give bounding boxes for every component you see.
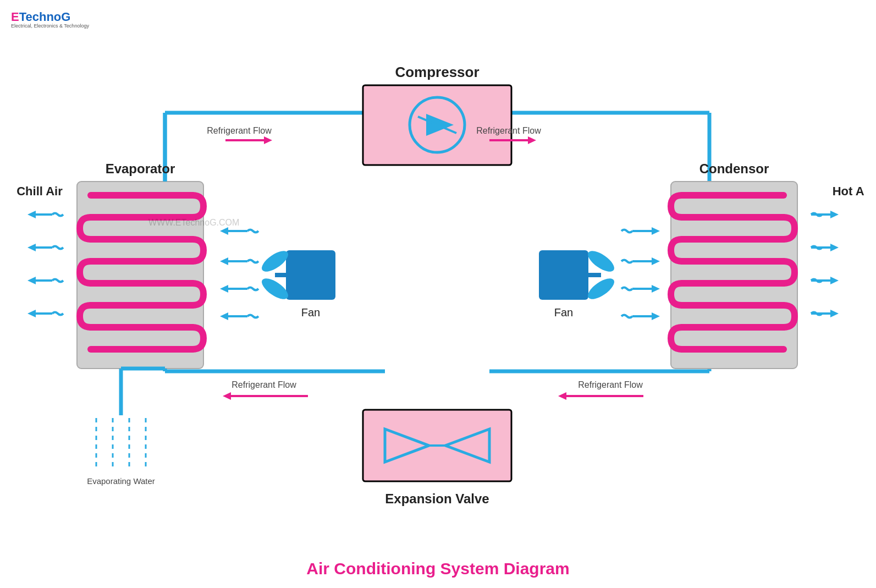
logo-technog: TechnoG	[19, 10, 71, 24]
svg-text:Fan: Fan	[301, 306, 320, 318]
svg-marker-48	[652, 257, 660, 265]
svg-marker-37	[27, 277, 36, 284]
svg-marker-30	[528, 136, 536, 144]
svg-marker-38	[27, 310, 36, 317]
svg-text:WWW.ETechnoG.COM: WWW.ETechnoG.COM	[148, 218, 239, 227]
svg-marker-39	[830, 211, 839, 218]
logo-e: E	[11, 10, 19, 24]
svg-marker-47	[652, 227, 660, 235]
diagram: Compressor Evaporator Condensor Expansio…	[11, 33, 865, 561]
svg-marker-28	[264, 136, 272, 144]
svg-text:Evaporator: Evaporator	[106, 161, 175, 176]
svg-text:Hot Air: Hot Air	[833, 184, 865, 198]
svg-marker-45	[220, 285, 228, 293]
svg-marker-49	[652, 285, 660, 293]
svg-marker-46	[220, 312, 228, 320]
svg-marker-34	[558, 392, 566, 400]
svg-text:Fan: Fan	[554, 306, 573, 318]
svg-rect-10	[671, 182, 797, 369]
svg-rect-19	[286, 250, 335, 300]
svg-point-25	[585, 274, 618, 303]
svg-marker-32	[223, 392, 231, 400]
svg-text:Chill Air: Chill Air	[16, 184, 63, 198]
svg-marker-43	[220, 227, 228, 235]
svg-text:Refrigerant Flow: Refrigerant Flow	[207, 126, 272, 135]
svg-marker-42	[830, 310, 839, 317]
svg-marker-44	[220, 257, 228, 265]
svg-rect-23	[539, 250, 588, 300]
svg-point-24	[585, 247, 618, 276]
svg-marker-40	[830, 244, 839, 251]
logo: ETechnoG Electrical, Electronics & Techn…	[11, 10, 89, 29]
main-title: Air Conditioning System Diagram	[306, 559, 569, 578]
svg-text:Compressor: Compressor	[395, 64, 479, 80]
svg-text:Refrigerant Flow: Refrigerant Flow	[476, 126, 541, 135]
svg-text:Evaporating Water: Evaporating Water	[87, 476, 155, 486]
svg-text:Condensor: Condensor	[699, 161, 769, 176]
svg-text:Refrigerant Flow: Refrigerant Flow	[232, 380, 296, 389]
svg-text:Refrigerant Flow: Refrigerant Flow	[578, 380, 643, 389]
logo-subtitle: Electrical, Electronics & Technology	[11, 23, 89, 29]
svg-marker-35	[27, 211, 36, 218]
svg-marker-41	[830, 277, 839, 284]
svg-rect-5	[77, 182, 203, 369]
svg-marker-36	[27, 244, 36, 251]
svg-marker-50	[652, 312, 660, 320]
svg-text:Expansion Valve: Expansion Valve	[385, 491, 489, 506]
